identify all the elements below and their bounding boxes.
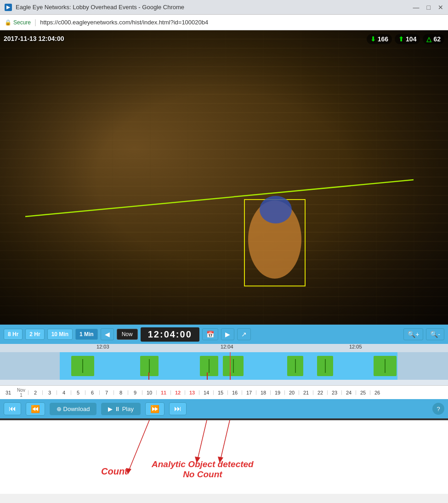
timeline-area[interactable]: 12:03 12:04 12:05 — [0, 344, 448, 385]
date-tick-11 — [170, 390, 171, 395]
date-10: 10 — [143, 390, 156, 395]
next-frame-button[interactable]: ⏩ — [145, 402, 164, 416]
date-8: 8 — [114, 390, 127, 395]
download-button[interactable]: ⊕ Download — [50, 403, 96, 415]
date-3: 3 — [43, 390, 56, 395]
play-pause-button[interactable]: ▶ ⏸ Play — [101, 403, 141, 415]
counter-delta-value: 62 — [433, 35, 441, 43]
analytic-arrow-line-1 — [207, 372, 208, 380]
date-tick-14 — [213, 390, 214, 395]
date-14: 14 — [200, 390, 213, 395]
date-tick-20 — [299, 390, 299, 395]
time-8hr-button[interactable]: 8 Hr — [4, 329, 23, 340]
timeline-label-1204: 12:04 — [221, 344, 233, 349]
date-7: 7 — [100, 390, 113, 395]
date-tick-15 — [227, 390, 228, 395]
event-tick-4 — [233, 359, 234, 373]
playback-bar: ⏮ ⏪ ⊕ Download ▶ ⏸ Play ⏩ ⏭ ? — [0, 399, 448, 418]
event-bar-3 — [200, 356, 218, 376]
close-button[interactable]: ✕ — [438, 4, 443, 11]
event-tick-3 — [209, 359, 210, 373]
secure-text: Secure — [13, 19, 31, 26]
date-tick-12 — [185, 390, 185, 395]
date-scrubber[interactable]: 31 Nov1 2 3 4 5 6 7 8 9 10 11 12 13 14 1… — [0, 385, 448, 399]
calendar-button[interactable]: 📅 — [202, 328, 218, 340]
time-1min-button[interactable]: 1 Min — [75, 329, 98, 340]
date-tick-6 — [99, 390, 100, 395]
browser-controls[interactable]: — □ ✕ — [413, 4, 443, 11]
no-count-label: No Count — [152, 469, 254, 480]
date-2: 2 — [29, 390, 42, 395]
date-25: 25 — [357, 390, 369, 395]
timeline-playhead — [230, 352, 231, 380]
event-tick-2 — [149, 359, 150, 373]
svg-line-8 — [221, 420, 230, 459]
date-16: 16 — [228, 390, 241, 395]
video-timestamp: 2017-11-13 12:04:00 — [4, 35, 64, 42]
address-divider: | — [34, 18, 36, 27]
time-2hr-button[interactable]: 2 Hr — [25, 329, 44, 340]
count-arrow-line — [148, 372, 149, 380]
time-10min-button[interactable]: 10 Min — [47, 329, 73, 340]
date-tick-17 — [256, 390, 256, 395]
controls-bar: 8 Hr 2 Hr 10 Min 1 Min ◀ Now 12:04:00 📅 … — [0, 325, 448, 344]
date-23: 23 — [328, 390, 341, 395]
nav-prev-button[interactable]: ◀ — [101, 328, 114, 340]
date-31: 31 — [2, 390, 15, 395]
date-tick-2 — [42, 390, 43, 395]
date-19: 19 — [271, 390, 284, 395]
prev-frame-button[interactable]: ⏪ — [26, 402, 45, 416]
maximize-button[interactable]: □ — [427, 4, 431, 11]
date-18: 18 — [257, 390, 270, 395]
vignette-overlay — [0, 30, 448, 325]
counter-down: ⬇ 166 — [367, 34, 392, 44]
date-20: 20 — [285, 390, 298, 395]
minimize-button[interactable]: — — [413, 4, 420, 11]
help-button[interactable]: ? — [432, 403, 444, 415]
timeline-right-gap — [397, 352, 448, 380]
date-tick-9 — [142, 390, 142, 395]
event-bar-1 — [71, 356, 94, 376]
date-tick-19 — [284, 390, 285, 395]
timeline-labels-row: 12:03 12:04 12:05 — [0, 344, 448, 352]
url-display[interactable]: https://c000.eagleyenetworks.com/hist/in… — [40, 19, 208, 26]
date-4: 4 — [57, 390, 70, 395]
lock-icon: 🔒 — [5, 19, 11, 26]
event-bar-2 — [140, 356, 159, 376]
event-tick-5 — [295, 359, 296, 373]
now-button[interactable]: Now — [117, 329, 138, 340]
last-frame-button[interactable]: ⏭ — [169, 402, 187, 415]
date-scrubber-inner: 31 Nov1 2 3 4 5 6 7 8 9 10 11 12 13 14 1… — [0, 388, 448, 398]
zoom-in-button[interactable]: 🔍+ — [403, 328, 423, 340]
share-button[interactable]: ↗ — [237, 328, 251, 340]
timeline-label-1203: 12:03 — [96, 344, 109, 349]
zoom-out-button[interactable]: 🔍- — [426, 328, 444, 340]
timeline-track[interactable] — [0, 352, 448, 380]
browser-titlebar: ▶ Eagle Eye Networks: Lobby Overhead Eve… — [0, 0, 448, 15]
event-bar-6 — [317, 356, 333, 376]
svg-line-6 — [198, 420, 207, 459]
date-tick-25 — [370, 390, 370, 395]
date-tick-3 — [57, 390, 57, 395]
date-26: 26 — [371, 390, 384, 395]
date-tick-22 — [327, 390, 328, 395]
date-5: 5 — [72, 390, 85, 395]
date-11: 11 — [157, 390, 170, 395]
analytic-annotation: Analytic Object detected No Count — [152, 459, 254, 480]
counter-down-value: 166 — [378, 35, 388, 43]
date-22: 22 — [314, 390, 327, 395]
date-tick-23 — [341, 390, 342, 395]
date-15: 15 — [214, 390, 227, 395]
nav-next-button[interactable]: ▶ — [221, 328, 234, 340]
date-tick-21 — [313, 390, 313, 395]
delta-icon: △ — [426, 35, 431, 43]
secure-badge: 🔒 Secure — [5, 19, 31, 26]
date-9: 9 — [129, 390, 142, 395]
first-frame-button[interactable]: ⏮ — [4, 402, 21, 415]
event-bar-7 — [374, 356, 397, 376]
date-13: 13 — [186, 390, 198, 395]
browser-title: Eagle Eye Networks: Lobby Overhead Event… — [16, 4, 184, 11]
counter-up: ⬆ 104 — [395, 34, 420, 44]
date-21: 21 — [300, 390, 312, 395]
timeline-left-gap — [0, 352, 60, 380]
